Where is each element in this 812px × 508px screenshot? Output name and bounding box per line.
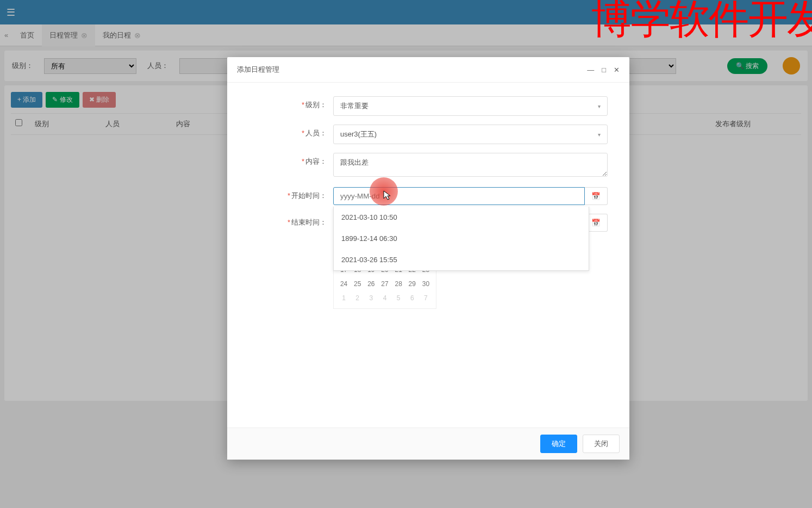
suggestion-item[interactable]: 2021-03-10 10:50 [334,207,589,228]
calendar-day[interactable]: 1 [338,292,349,304]
suggestion-item[interactable]: 2021-03-26 15:55 [334,249,589,270]
calendar-day[interactable]: 30 [420,278,432,290]
ok-button[interactable]: 确定 [540,435,577,453]
calendar-day[interactable]: 6 [407,292,418,304]
label-start: 开始时间： [291,191,327,200]
calendar-day[interactable]: 7 [420,292,432,304]
label-end: 结束时间： [291,218,327,226]
calendar-day[interactable]: 29 [407,278,418,290]
calendar-day[interactable]: 28 [393,278,404,290]
label-person: 人员： [305,129,327,137]
chevron-down-icon: ▾ [598,132,601,138]
calendar-icon[interactable]: 📅 [585,187,608,205]
chevron-down-icon: ▾ [598,103,601,109]
close-icon[interactable]: ✕ [614,66,620,74]
calendar-day[interactable]: 25 [352,278,363,290]
calendar-day[interactable]: 3 [365,292,377,304]
cancel-button[interactable]: 关闭 [583,435,620,453]
label-level: 级别： [305,101,327,109]
suggestion-item[interactable]: 1899-12-14 06:30 [334,228,589,249]
content-textarea[interactable] [333,153,608,177]
start-time-input[interactable] [333,187,585,205]
minimize-icon[interactable]: — [587,66,594,74]
label-content: 内容： [305,157,327,165]
calendar-day[interactable]: 4 [379,292,390,304]
autocomplete-dropdown: 2021-03-10 10:50 1899-12-14 06:30 2021-0… [333,207,589,271]
calendar-day[interactable]: 5 [393,292,404,304]
calendar-day[interactable]: 26 [365,278,377,290]
add-schedule-modal: 添加日程管理 — □ ✕ *级别： 非常重要▾ *人员： user3(王五)▾ [227,57,629,460]
person-select[interactable]: user3(王五)▾ [333,125,608,144]
calendar-day[interactable]: 27 [379,278,390,290]
calendar-day[interactable]: 24 [338,278,349,290]
modal-title: 添加日程管理 [237,65,279,75]
maximize-icon[interactable]: □ [602,66,606,74]
level-select[interactable]: 非常重要▾ [333,96,608,116]
calendar-day[interactable]: 2 [352,292,363,304]
